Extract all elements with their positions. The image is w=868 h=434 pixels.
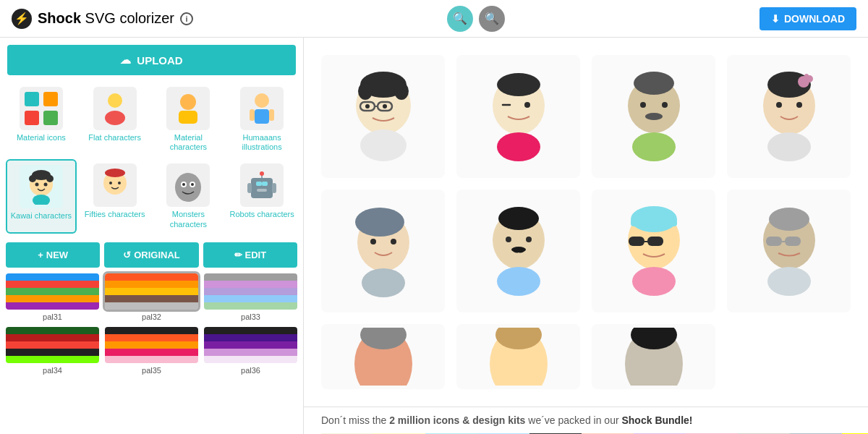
svg-point-23 <box>175 173 201 202</box>
palette-item-pal31[interactable]: pal31 <box>6 273 99 321</box>
character-card[interactable] <box>321 324 445 389</box>
svg-point-83 <box>632 267 676 296</box>
bottom-banner: Don´t miss the 2 million icons & design … <box>304 407 868 433</box>
svg-rect-81 <box>647 237 663 246</box>
svg-point-15 <box>46 175 54 182</box>
swatch-color <box>6 349 99 356</box>
search-button-1[interactable]: 🔍 <box>447 6 473 32</box>
palette-item-pal36[interactable]: pal36 <box>204 327 297 375</box>
svg-rect-80 <box>629 237 644 246</box>
svg-point-44 <box>383 104 387 109</box>
svg-rect-79 <box>631 219 677 226</box>
character-card[interactable] <box>727 55 851 178</box>
svg-point-76 <box>497 267 540 296</box>
character-card[interactable] <box>321 190 445 312</box>
svg-point-6 <box>180 94 196 110</box>
character-svg <box>746 66 833 167</box>
sidebar-item-material-icons[interactable]: Material icons <box>6 82 77 156</box>
monsters-preview <box>166 163 210 207</box>
sidebar-item-fifties[interactable]: Fifties characters <box>80 159 150 233</box>
svg-point-35 <box>260 171 264 176</box>
kawai-label: Kawai characters <box>11 211 72 221</box>
palette-swatch <box>6 327 99 363</box>
swatch-color <box>204 295 297 302</box>
sidebar-item-material-characters[interactable]: Material characters <box>153 82 224 156</box>
swatch-color <box>6 341 99 349</box>
character-svg <box>746 200 833 302</box>
svg-point-21 <box>109 182 112 184</box>
edit-palette-button[interactable]: ✏ EDIT <box>203 242 297 268</box>
swatch-color <box>105 295 198 302</box>
svg-point-89 <box>767 267 811 296</box>
bundle-link[interactable]: Shock Bundle! <box>621 414 692 426</box>
main-layout: ☁ UPLOAD Material icons <box>0 38 868 434</box>
palette-item-pal34[interactable]: pal34 <box>6 327 99 375</box>
material-icons-preview <box>20 87 63 130</box>
sidebar: ☁ UPLOAD Material icons <box>0 38 304 434</box>
svg-rect-3 <box>43 111 58 125</box>
palette-item-pal32[interactable]: pal32 <box>105 273 198 321</box>
palette-label: pal34 <box>43 366 62 375</box>
upload-button[interactable]: ☁ UPLOAD <box>7 45 296 75</box>
palette-label: pal36 <box>241 366 260 375</box>
sidebar-item-robots[interactable]: Robots characters <box>226 159 297 233</box>
svg-point-27 <box>191 183 194 186</box>
swatch-color <box>204 302 297 310</box>
character-card[interactable] <box>321 55 445 178</box>
fifties-label: Fifties characters <box>85 210 145 219</box>
download-button[interactable]: ⬇ DOWNLOAD <box>760 7 856 30</box>
svg-point-4 <box>108 93 122 108</box>
swatch-color <box>204 349 297 356</box>
svg-rect-31 <box>256 182 262 186</box>
svg-point-18 <box>33 195 50 205</box>
svg-point-50 <box>497 132 540 161</box>
svg-rect-2 <box>25 111 39 125</box>
new-icon: + <box>38 250 43 260</box>
info-icon[interactable]: i <box>180 12 193 25</box>
header-center: 🔍 🔍 <box>447 6 505 32</box>
banner-highlight: 2 million icons & design kits <box>389 414 525 426</box>
content-area: Don´t miss the 2 million icons & design … <box>304 38 868 434</box>
character-card[interactable] <box>456 190 580 312</box>
robots-label: Robots characters <box>229 210 294 219</box>
svg-point-61 <box>804 74 809 78</box>
new-palette-button[interactable]: + NEW <box>6 242 100 268</box>
logo-text: Shock SVG colorizer <box>38 10 174 27</box>
character-card[interactable] <box>727 190 851 312</box>
svg-point-72 <box>498 207 539 230</box>
svg-rect-9 <box>255 109 269 124</box>
svg-rect-10 <box>250 109 255 121</box>
svg-rect-30 <box>272 183 276 193</box>
character-card[interactable] <box>456 55 580 178</box>
character-svg <box>475 66 562 167</box>
humaans-preview <box>240 87 284 130</box>
palette-item-pal33[interactable]: pal33 <box>204 273 297 321</box>
swatch-color <box>105 281 198 288</box>
svg-point-39 <box>394 82 409 100</box>
original-palette-button[interactable]: ↺ ORIGINAL <box>104 242 198 268</box>
character-card[interactable] <box>456 324 580 389</box>
character-card[interactable] <box>592 190 715 312</box>
swatch-color <box>204 334 297 341</box>
swatch-color <box>6 295 99 302</box>
sidebar-item-monsters[interactable]: Monsters characters <box>153 159 224 233</box>
character-card[interactable] <box>592 55 715 178</box>
sidebar-item-kawai[interactable]: Kawai characters <box>6 159 77 233</box>
svg-point-56 <box>632 132 676 161</box>
download-icon: ⬇ <box>771 13 780 25</box>
palette-swatch <box>105 327 198 363</box>
svg-point-45 <box>360 129 407 161</box>
material-characters-preview <box>166 87 210 130</box>
svg-point-54 <box>662 102 668 108</box>
palette-item-pal35[interactable]: pal35 <box>105 327 198 375</box>
sidebar-item-flat-characters[interactable]: Flat characters <box>80 82 150 156</box>
sidebar-item-humaans[interactable]: Humaaans illustrations <box>226 82 297 156</box>
svg-rect-1 <box>43 92 58 106</box>
svg-point-8 <box>255 93 269 108</box>
swatch-color <box>6 281 99 288</box>
character-card[interactable] <box>592 324 715 389</box>
character-svg <box>475 328 562 386</box>
svg-point-22 <box>118 182 121 184</box>
character-svg <box>610 66 697 167</box>
search-button-2[interactable]: 🔍 <box>479 6 505 32</box>
